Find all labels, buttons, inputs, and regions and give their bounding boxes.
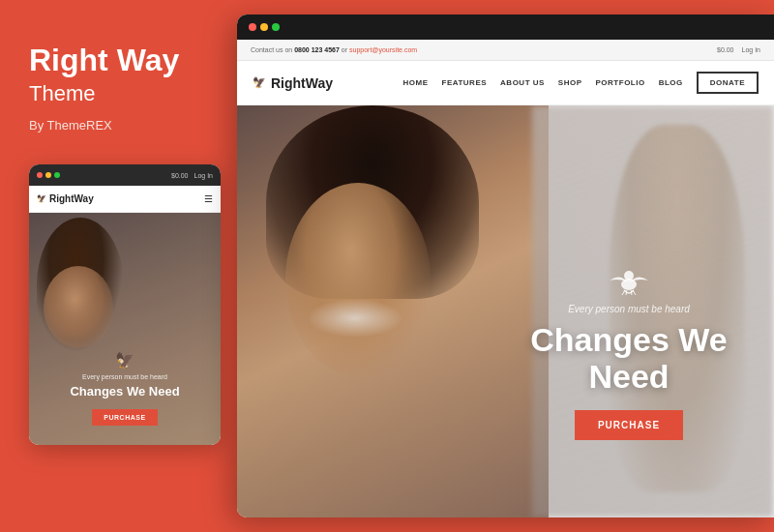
hero-tagline: Every person must be heard <box>522 304 735 314</box>
hero-headline: Changes We Need <box>522 322 735 395</box>
mobile-hero-content: 🦅 Every person must be heard Changes We … <box>29 351 221 427</box>
mobile-dot-yellow <box>45 172 51 178</box>
contact-right: $0.00 Log In <box>717 46 760 53</box>
mobile-logo-text: RightWay <box>49 193 94 204</box>
mobile-eagle-icon: 🦅 <box>37 194 46 203</box>
mobile-top-bar: $0.00 Log In <box>29 164 221 186</box>
hero-purchase-button[interactable]: PURCHASE <box>575 410 683 440</box>
theme-subtitle: Theme <box>29 81 208 106</box>
svg-line-2 <box>622 290 625 295</box>
mobile-bar-right: $0.00 Log In <box>171 172 213 179</box>
desktop-mockup: Contact us on 0800 123 4567 or support@y… <box>237 15 774 517</box>
nav-link-about[interactable]: ABOUT US <box>500 78 545 87</box>
desktop-contact-bar: Contact us on 0800 123 4567 or support@y… <box>237 40 774 61</box>
contact-info: Contact us on 0800 123 4567 or support@y… <box>251 46 417 53</box>
contact-phone: 0800 123 4567 <box>294 46 340 53</box>
desktop-dot-green <box>272 23 280 31</box>
nav-link-shop[interactable]: SHOP <box>558 78 582 87</box>
mobile-dot-red <box>37 172 43 178</box>
mobile-hero-eagle: 🦅 <box>39 351 211 369</box>
svg-line-4 <box>631 290 632 295</box>
mobile-hero-headline: Changes We Need <box>39 384 211 399</box>
mobile-person-face <box>44 266 113 348</box>
desktop-window-dots <box>249 23 280 31</box>
nav-link-home[interactable]: HOME <box>403 78 429 87</box>
theme-author: By ThemeREX <box>29 118 208 133</box>
mobile-dot-green <box>54 172 60 178</box>
mobile-hamburger-icon[interactable]: ☰ <box>204 193 213 204</box>
mobile-price: $0.00 <box>171 172 189 179</box>
theme-title: Right Way <box>29 44 208 77</box>
nav-donate-button[interactable]: DONATE <box>697 72 759 94</box>
mobile-mockup: $0.00 Log In 🦅 RightWay ☰ 🦅 Every person… <box>29 164 221 445</box>
nav-logo-text: RightWay <box>271 75 333 91</box>
left-panel: Right Way Theme By ThemeREX $0.00 Log In… <box>0 0 237 532</box>
nav-link-blog[interactable]: BLOG <box>659 78 683 87</box>
contact-separator: or <box>342 46 347 53</box>
desktop-price: $0.00 <box>717 46 734 53</box>
hero-eagle-emblem <box>605 263 653 298</box>
nav-link-features[interactable]: FEATURES <box>442 78 488 87</box>
mobile-window-dots <box>37 172 60 178</box>
nav-links: HOME FEATURES ABOUT US SHOP PORTFOLIO BL… <box>403 72 759 94</box>
desktop-hero: Every person must be heard Changes We Ne… <box>237 105 774 517</box>
desktop-dot-red <box>249 23 256 31</box>
eagle-svg <box>605 263 653 298</box>
mobile-logo: 🦅 RightWay <box>37 193 94 204</box>
desktop-title-bar <box>237 15 774 40</box>
hero-content: Every person must be heard Changes We Ne… <box>522 263 735 440</box>
contact-email: support@yoursite.com <box>349 46 417 53</box>
mobile-hero: 🦅 Every person must be heard Changes We … <box>29 213 221 445</box>
mobile-nav: 🦅 RightWay ☰ <box>29 186 221 213</box>
mobile-login[interactable]: Log In <box>194 172 213 179</box>
svg-line-5 <box>633 290 636 295</box>
mobile-hero-tagline: Every person must be heard <box>39 373 211 380</box>
mobile-purchase-button[interactable]: PURCHASE <box>92 409 157 426</box>
desktop-nav: 🦅 RightWay HOME FEATURES ABOUT US SHOP P… <box>237 61 774 105</box>
contact-label: Contact us on <box>251 46 292 53</box>
desktop-dot-yellow <box>260 23 268 31</box>
nav-eagle-icon: 🦅 <box>253 76 266 89</box>
nav-logo: 🦅 RightWay <box>253 75 333 91</box>
nav-link-portfolio[interactable]: PORTFOLIO <box>596 78 645 87</box>
svg-point-1 <box>624 271 634 281</box>
desktop-login-link[interactable]: Log In <box>742 46 760 53</box>
svg-line-3 <box>626 290 627 295</box>
